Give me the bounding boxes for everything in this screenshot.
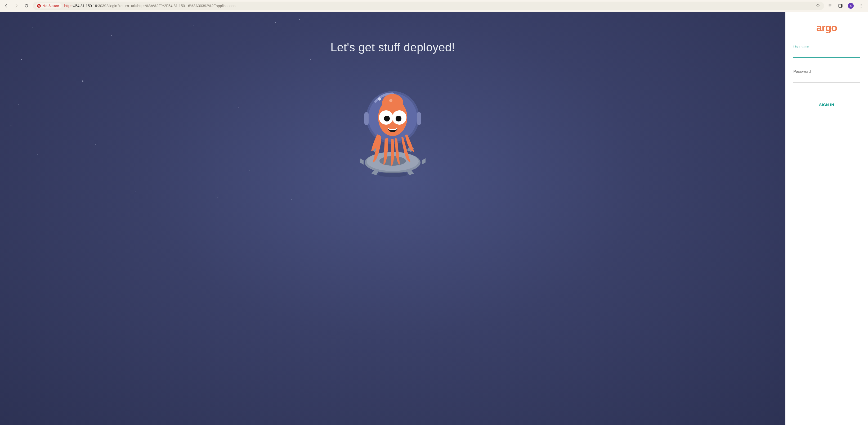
svg-point-2	[861, 4, 862, 5]
password-label: Password	[793, 69, 860, 73]
svg-point-19	[384, 116, 390, 122]
argo-mascot-illustration	[360, 83, 426, 181]
svg-point-4	[861, 7, 862, 8]
svg-rect-1	[841, 4, 842, 7]
username-field-wrapper: Username	[793, 45, 860, 58]
svg-point-8	[378, 172, 407, 177]
side-panel-icon[interactable]	[838, 3, 843, 8]
svg-rect-13	[417, 112, 421, 125]
address-bar[interactable]: Not Secure https://54.81.150.16:30392/lo…	[33, 2, 824, 10]
page-body: Let's get stuff deployed!	[0, 12, 868, 425]
password-field-wrapper: Password	[793, 69, 860, 83]
bookmark-star-button[interactable]	[815, 3, 820, 9]
argo-logo: argo	[816, 22, 837, 34]
toolbar-right-group: a	[828, 3, 865, 9]
not-secure-icon	[37, 4, 41, 8]
reload-button[interactable]	[24, 3, 29, 8]
kebab-menu-icon[interactable]	[859, 3, 864, 8]
media-control-icon[interactable]	[828, 3, 833, 8]
sign-in-button[interactable]: SIGN IN	[819, 103, 834, 107]
security-label: Not Secure	[42, 4, 59, 8]
svg-point-20	[396, 116, 401, 122]
svg-rect-12	[364, 112, 369, 125]
security-chip[interactable]: Not Secure	[35, 3, 62, 8]
login-panel: argo Username Password SIGN IN	[785, 12, 868, 425]
browser-toolbar: Not Secure https://54.81.150.16:30392/lo…	[0, 0, 868, 12]
url-path: :30392/login?return_url=https%3A%2F%2F54…	[97, 4, 236, 8]
svg-point-11	[378, 97, 381, 101]
hero-title: Let's get stuff deployed!	[331, 41, 455, 54]
forward-button[interactable]	[14, 3, 19, 8]
username-label: Username	[793, 45, 860, 49]
svg-point-16	[389, 99, 393, 102]
svg-point-15	[382, 94, 403, 112]
back-button[interactable]	[4, 3, 9, 8]
url-scheme: https	[64, 4, 72, 8]
url-text: https://54.81.150.16:30392/login?return_…	[64, 4, 236, 8]
nav-button-group	[3, 3, 29, 8]
hero-panel: Let's get stuff deployed!	[0, 12, 785, 425]
avatar-letter: a	[850, 4, 851, 7]
svg-point-3	[861, 6, 862, 6]
password-input[interactable]	[793, 75, 860, 83]
profile-avatar[interactable]: a	[848, 3, 854, 9]
url-host: ://54.81.150.16	[72, 4, 97, 8]
username-input[interactable]	[793, 50, 860, 58]
